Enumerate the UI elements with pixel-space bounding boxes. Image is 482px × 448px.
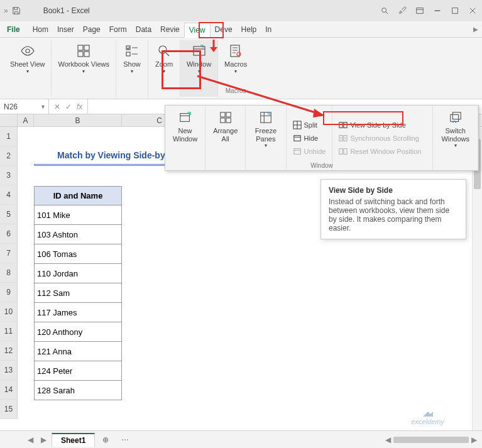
tabs-scroll-right-icon[interactable]: ▶: [473, 26, 482, 33]
row-header[interactable]: 8: [0, 263, 18, 283]
split-button[interactable]: Split: [292, 119, 319, 131]
row-header[interactable]: 9: [0, 283, 18, 302]
switch-windows-icon: [447, 109, 464, 126]
maximize-icon[interactable]: [449, 5, 461, 16]
tab-file[interactable]: File: [3, 23, 25, 36]
svg-rect-28: [344, 148, 347, 154]
table-row[interactable]: 106 Tomas: [34, 244, 122, 264]
row-header[interactable]: 13: [0, 361, 18, 380]
table-row[interactable]: 121 Anna: [34, 342, 122, 361]
row-header[interactable]: 6: [0, 224, 18, 244]
svg-rect-24: [344, 122, 347, 128]
col-header-b[interactable]: B: [34, 114, 122, 126]
switch-windows-button[interactable]: Switch Windows▾: [437, 108, 474, 150]
close-icon[interactable]: [467, 5, 478, 16]
hide-button[interactable]: Hide: [292, 133, 320, 144]
tab-developer[interactable]: Deve: [211, 23, 237, 36]
table-row[interactable]: 112 Sam: [34, 283, 122, 303]
macros-button[interactable]: Macros▾: [221, 41, 251, 75]
sheet-nav-next-icon[interactable]: ▶: [38, 435, 49, 444]
hscroll-right-icon[interactable]: ▶: [471, 435, 477, 444]
unhide-label: Unhide: [304, 148, 326, 155]
table-row[interactable]: 103 Ashton: [34, 225, 122, 244]
sheet-nav-prev-icon[interactable]: ◀: [25, 435, 36, 444]
freeze-panes-icon: [258, 109, 274, 126]
svg-rect-7: [84, 52, 89, 57]
freeze-panes-button[interactable]: Freeze Panes▾: [249, 108, 282, 150]
macros-icon: [227, 43, 244, 59]
table-row[interactable]: 110 Jordan: [34, 264, 122, 283]
tab-formulas[interactable]: Form: [105, 23, 131, 36]
row-header[interactable]: 5: [0, 205, 18, 224]
sheet-tab-active[interactable]: Sheet1: [52, 433, 95, 447]
table-row[interactable]: 101 Mike: [34, 205, 122, 225]
row-header[interactable]: 10: [0, 302, 18, 322]
watermark: exceldemy: [411, 409, 444, 425]
name-box[interactable]: N26 ▼: [0, 99, 49, 114]
ribbon-tabs: File Hom Inser Page Form Data Revie View…: [0, 21, 482, 38]
row-header[interactable]: 14: [0, 380, 18, 400]
freeze-panes-label: Freeze Panes: [253, 127, 278, 143]
svg-rect-14: [180, 114, 189, 122]
tab-help[interactable]: Help: [237, 23, 261, 36]
hscroll-left-icon[interactable]: ◀: [385, 435, 391, 444]
table-row[interactable]: 128 Sarah: [34, 381, 122, 400]
row-header[interactable]: 4: [0, 185, 18, 205]
tab-page[interactable]: Page: [79, 23, 105, 36]
table-row[interactable]: 120 Anthony: [34, 322, 122, 342]
fx-icon[interactable]: fx: [77, 102, 82, 111]
split-label: Split: [304, 121, 317, 129]
tab-review[interactable]: Revie: [156, 23, 184, 36]
arrange-all-icon: [217, 109, 234, 126]
tab-data[interactable]: Data: [131, 23, 156, 36]
new-window-icon: [177, 109, 194, 126]
tab-home[interactable]: Hom: [28, 23, 53, 36]
workbook-views-label: Workbook Views: [58, 60, 109, 68]
tab-inquire[interactable]: In: [261, 23, 276, 36]
qat-overflow-icon[interactable]: »: [4, 6, 8, 15]
svg-rect-21: [293, 135, 300, 141]
window-button[interactable]: Window▾: [183, 41, 215, 75]
brush-icon[interactable]: [397, 5, 408, 16]
svg-rect-2: [452, 8, 458, 14]
col-header-a[interactable]: A: [18, 114, 34, 126]
macros-group-label: Macros: [226, 87, 246, 96]
table-row[interactable]: 124 Peter: [34, 361, 122, 381]
ribbon-display-icon[interactable]: [414, 5, 425, 16]
synchronous-scrolling-button: Synchronous Scrolling: [337, 133, 420, 144]
name-box-dropdown-icon[interactable]: ▼: [40, 104, 46, 110]
select-all-cell[interactable]: [0, 114, 18, 126]
sheet-view-button[interactable]: Sheet View▾: [6, 41, 48, 75]
macros-label: Macros: [224, 60, 247, 68]
search-icon[interactable]: [379, 5, 390, 16]
row-header[interactable]: 7: [0, 244, 18, 263]
row-header[interactable]: 1: [0, 127, 18, 146]
table-header-cell[interactable]: ID and Name: [34, 186, 122, 205]
minimize-icon[interactable]: [432, 5, 443, 16]
popup-group-label: Window: [165, 162, 478, 169]
zoom-button[interactable]: Zoom▾: [151, 41, 177, 75]
arrange-all-button[interactable]: Arrange All: [209, 108, 241, 144]
tab-view[interactable]: View: [184, 23, 211, 38]
row-header[interactable]: 12: [0, 341, 18, 361]
save-icon[interactable]: [11, 5, 22, 16]
show-button[interactable]: Show▾: [119, 41, 145, 75]
sheet-tabs-overflow-icon[interactable]: ⋯: [121, 435, 129, 444]
new-window-button[interactable]: New Window: [169, 108, 201, 144]
row-header[interactable]: 15: [0, 400, 18, 419]
view-side-by-side-button[interactable]: View Side by Side: [337, 119, 407, 131]
accept-entry-icon[interactable]: ✓: [65, 102, 72, 111]
row-header[interactable]: 2: [0, 146, 18, 166]
cancel-entry-icon[interactable]: ✕: [54, 102, 60, 111]
table-row[interactable]: 117 James: [34, 303, 122, 322]
window-dropdown-panel: New Window Arrange All Freeze Panes▾ Spl…: [165, 105, 479, 171]
row-header[interactable]: 11: [0, 322, 18, 341]
tab-insert[interactable]: Inser: [53, 23, 79, 36]
workbook-views-button[interactable]: Workbook Views▾: [54, 41, 113, 75]
view-side-by-side-label: View Side by Side: [350, 121, 405, 129]
add-sheet-button[interactable]: ⊕: [97, 434, 114, 446]
row-header[interactable]: 3: [0, 166, 18, 185]
vertical-scrollbar[interactable]: [472, 128, 482, 430]
show-label: Show: [123, 60, 141, 68]
hscroll-thumb[interactable]: [393, 437, 469, 443]
